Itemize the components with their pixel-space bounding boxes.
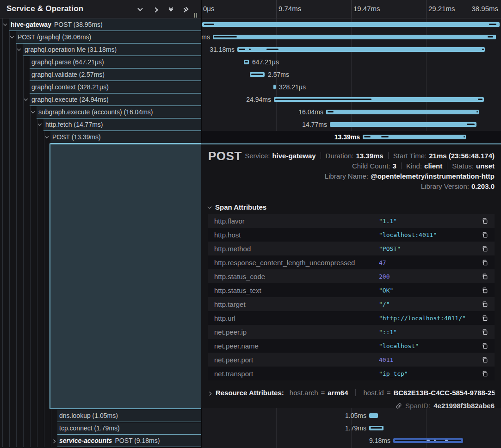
operation-name-duration: graphql.parse (647.21μs) (31, 58, 104, 66)
copy-icon[interactable] (481, 217, 489, 225)
column-resize-handle[interactable]: || (194, 12, 198, 18)
copy-icon[interactable] (481, 286, 489, 294)
span-bar-child-mark (275, 99, 371, 100)
chevron-down-icon[interactable] (38, 122, 42, 125)
chevron-down-icon[interactable] (10, 34, 14, 38)
meta-value: 0.203.0 (471, 182, 495, 190)
resource-attributes-row[interactable]: Resource Attributes: host.arch=arm64host… (208, 389, 495, 397)
span-bar-post-graphql[interactable] (213, 35, 496, 39)
span-bar-child-mark (467, 124, 475, 125)
span-bar-graphql-execute[interactable] (274, 97, 484, 102)
attribute-key: http.url (214, 314, 379, 322)
chevron-down-icon[interactable] (31, 109, 35, 113)
tree-row-graphql-execute[interactable]: graphql.execute (24.94ms) (0, 93, 201, 106)
operation-name-duration: POST (9.18ms) (115, 437, 160, 444)
tree-row-hive-gateway-post[interactable]: hive-gatewayPOST (38.95ms) (0, 19, 201, 31)
attribute-value: "1.1" (379, 218, 481, 224)
chevron-down-icon[interactable] (3, 22, 7, 25)
copy-icon[interactable] (481, 328, 489, 336)
span-bar-child-mark (245, 61, 248, 62)
operation-name-duration: graphql.validate (2.57ms) (31, 71, 105, 78)
copy-icon[interactable] (481, 258, 489, 267)
span-bar-post[interactable] (363, 135, 466, 139)
meta-label: Kind: (406, 162, 422, 170)
span-bar-dns-lookup[interactable] (369, 413, 378, 418)
span-bar-service-accounts-post[interactable] (393, 438, 463, 443)
span-duration-label: 13.39ms (334, 133, 360, 141)
span-bar-child-mark (478, 99, 482, 100)
span-bar-child-mark (239, 49, 245, 50)
tree-row-label: service-accountsPOST (9.18ms) (57, 435, 201, 447)
span-bar-child-mark (249, 49, 251, 50)
copy-icon[interactable] (481, 230, 489, 239)
span-bar-graphql-operation-me[interactable] (237, 47, 485, 52)
chevron-down-icon[interactable] (45, 134, 49, 138)
span-bar-subgraph-execute-accounts[interactable] (326, 110, 479, 114)
attribute-row-net-peer-name: net.peer.name"localhost" (208, 339, 495, 353)
span-bar-graphql-parse[interactable] (244, 60, 249, 64)
copy-icon[interactable] (481, 355, 489, 364)
meta-label: Status: (452, 162, 474, 170)
chevron-right-icon[interactable] (52, 439, 56, 443)
span-bar-graphql-validate[interactable] (250, 72, 265, 77)
attribute-key: http.status_code (214, 273, 379, 280)
span-bar-hive-gateway-post[interactable] (202, 22, 500, 27)
meta-separator (321, 152, 321, 159)
service-operation-title: Service & Operation (6, 4, 83, 13)
copy-icon[interactable] (481, 300, 489, 308)
span-duration-label: 328.21μs (279, 83, 306, 91)
attribute-key: http.flavor (214, 217, 379, 225)
service-operation-header: Service & Operation || (0, 0, 201, 19)
meta-separator (388, 152, 389, 159)
span-bar-graphql-context[interactable] (273, 85, 276, 89)
copy-icon[interactable] (481, 342, 489, 350)
attribute-key: net.peer.ip (214, 328, 379, 336)
tree-row-post-graphql[interactable]: POST /graphql (36.06ms) (0, 31, 201, 44)
meta-label: Duration: (326, 152, 354, 160)
resource-key: host.id (363, 389, 383, 397)
tree-row-dns-lookup[interactable]: dns.lookup (1.05ms) (0, 410, 201, 422)
span-attributes-title: Span Attributes (215, 203, 266, 211)
chevron-down-icon[interactable] (24, 97, 28, 100)
collapse-all-icon[interactable] (167, 6, 174, 12)
resource-separator (355, 389, 356, 396)
chevron-right-icon (208, 392, 211, 395)
copy-icon[interactable] (481, 369, 489, 378)
span-duration-label: 1.05ms (345, 412, 366, 419)
tree-row-graphql-validate[interactable]: graphql.validate (2.57ms) (0, 68, 201, 81)
detail-meta-item: Service:hive-gateway (245, 152, 315, 160)
collapse-one-icon[interactable] (137, 6, 143, 12)
attribute-row-http-flavor: http.flavor"1.1" (208, 214, 495, 228)
chevron-down-icon[interactable] (17, 47, 21, 50)
attribute-value: 4011 (379, 356, 481, 363)
tree-row-subgraph-execute-accounts[interactable]: subgraph.execute (accounts) (16.04ms) (0, 106, 201, 118)
tree-row-service-accounts-post[interactable]: service-accountsPOST (9.18ms) (0, 435, 201, 447)
span-bar-child-mark (489, 24, 496, 25)
span-bar-child-mark (488, 36, 493, 37)
tree-row-graphql-parse[interactable]: graphql.parse (647.21μs) (0, 56, 201, 68)
equals-sign: = (387, 389, 391, 397)
timeline-axis: 0μs9.74ms19.47ms29.21ms38.95ms (201, 0, 501, 19)
tree-row-post[interactable]: POST (13.39ms) (0, 131, 201, 143)
span-id-row: SpanID: 4e21998f3b82abe6 (396, 402, 495, 410)
span-bar-tcp-connect[interactable] (369, 426, 383, 430)
tree-row-tcp-connect[interactable]: tcp.connect (1.79ms) (0, 422, 201, 435)
attribute-key: net.transport (214, 370, 379, 378)
copy-icon[interactable] (481, 314, 489, 322)
tree-row-graphql-operation-me[interactable]: graphql.operation Me (31.18ms) (0, 44, 201, 56)
span-duration-label: 36.06ms (201, 33, 210, 41)
span-bar-http-fetch[interactable] (330, 122, 476, 127)
resource-key: host.arch (290, 389, 318, 397)
span-bar-child-mark (434, 440, 436, 441)
span-attributes-header[interactable]: Span Attributes (208, 203, 266, 211)
expand-all-icon[interactable] (183, 6, 189, 12)
tree-row-graphql-context[interactable]: graphql.context (328.21μs) (0, 81, 201, 93)
span-detail-meta: Service:hive-gatewayDuration:13.39msStar… (245, 150, 495, 191)
copy-icon[interactable] (481, 244, 489, 253)
attribute-value: "/" (379, 301, 481, 308)
tree-row-http-fetch[interactable]: http.fetch (14.77ms) (0, 118, 201, 131)
meta-value: 3 (393, 162, 396, 170)
copy-icon[interactable] (481, 272, 489, 280)
operation-name-duration: graphql.operation Me (31.18ms) (25, 46, 117, 53)
expand-one-icon[interactable] (152, 6, 159, 12)
